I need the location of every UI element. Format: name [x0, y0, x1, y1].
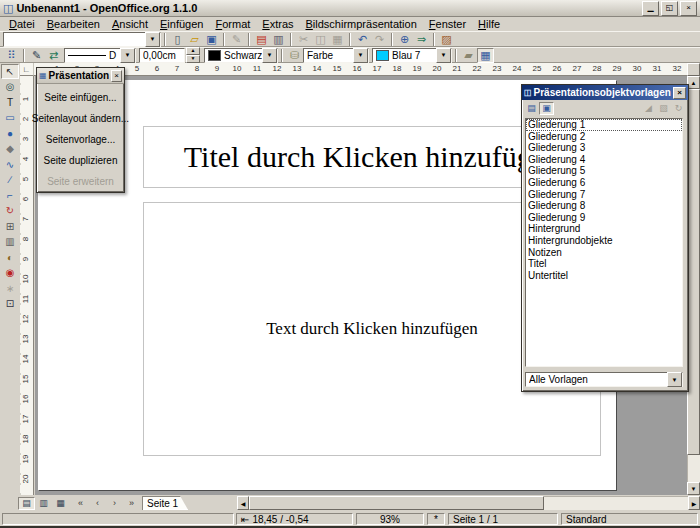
presentation-item-seite-duplizieren[interactable]: Seite duplizieren: [37, 150, 124, 171]
vertical-ruler[interactable]: 1234567891011121314151617181920: [20, 76, 34, 495]
previous-page-icon[interactable]: ‹: [89, 497, 106, 510]
last-page-icon[interactable]: »: [123, 497, 140, 510]
menu-bearbeiten[interactable]: Bearbeiten: [41, 17, 106, 31]
line-style-dropdown-icon[interactable]: ▼: [120, 48, 135, 63]
style-filter-dropdown-icon[interactable]: ▼: [667, 372, 682, 387]
area-dialog-icon[interactable]: ⛁: [286, 48, 303, 63]
titlebar[interactable]: ◫ Unbenannt1 - OpenOffice.org 1.1.0 ▁◱×: [0, 0, 700, 17]
page-tab[interactable]: Seite 1: [142, 496, 188, 510]
style-gliederung-3[interactable]: Gliederung 3: [526, 142, 682, 154]
horizontal-scroll-thumb[interactable]: [249, 496, 544, 510]
arrow-style-icon[interactable]: ⇄: [45, 48, 62, 63]
zoom-icon[interactable]: ◎: [1, 80, 19, 95]
menu-ansicht[interactable]: Ansicht: [106, 17, 154, 31]
style-hintergrundobjekte[interactable]: Hintergrundobjekte: [526, 235, 682, 247]
alignment-icon[interactable]: ⊞: [1, 219, 19, 234]
minimize-button[interactable]: ▁: [642, 1, 659, 16]
export-pdf-icon[interactable]: ▤: [253, 32, 270, 47]
style-gliederung-9[interactable]: Gliederung 9: [526, 212, 682, 224]
fill-color-combobox[interactable]: Blau 7 ▼: [372, 48, 452, 63]
open-icon[interactable]: ▱: [186, 32, 203, 47]
interaction-icon[interactable]: ◉: [1, 266, 19, 281]
menu-fenster[interactable]: Fenster: [423, 17, 472, 31]
style-gliederung-6[interactable]: Gliederung 6: [526, 177, 682, 189]
status-template-field[interactable]: Standard: [561, 513, 698, 525]
master-mode-icon[interactable]: ▥: [35, 497, 52, 510]
connectors-icon[interactable]: ⌐: [1, 188, 19, 203]
style-gliederung-2[interactable]: Gliederung 2: [526, 131, 682, 143]
close-icon[interactable]: ×: [673, 87, 686, 99]
spin-up-icon[interactable]: ▲: [186, 47, 200, 55]
presentation-item-seitenvorlage[interactable]: Seitenvorlage...: [37, 129, 124, 150]
edit-points-icon[interactable]: ⠿: [3, 48, 20, 63]
style-gliederung-4[interactable]: Gliederung 4: [526, 154, 682, 166]
close-icon[interactable]: ×: [111, 70, 122, 82]
line-style-combobox[interactable]: D ▼: [64, 48, 136, 63]
presentation-item-seite-einfügen[interactable]: Seite einfügen...: [37, 87, 124, 108]
line-color-combobox[interactable]: Schwarz ▼: [204, 48, 278, 63]
line-width-field[interactable]: 0,00cm: [139, 48, 185, 63]
arrange-icon[interactable]: ▥: [1, 235, 19, 250]
undo-icon[interactable]: ↶: [354, 32, 371, 47]
stylist-titlebar[interactable]: ◫ Präsentationsobjektvorlagen ×: [522, 85, 688, 100]
print-icon[interactable]: ▥: [270, 32, 287, 47]
navigator-icon[interactable]: ⊕: [396, 32, 413, 47]
spin-down-icon[interactable]: ▼: [186, 55, 200, 63]
menu-bildschirmpräsentation[interactable]: Bildschirmpräsentation: [300, 17, 423, 31]
menu-format[interactable]: Format: [209, 17, 256, 31]
line-width-spinner[interactable]: ▲ ▼: [186, 47, 200, 63]
scroll-left-icon[interactable]: ◀: [237, 496, 249, 510]
style-list[interactable]: Gliederung 1Gliederung 2Gliederung 3Glie…: [525, 118, 683, 367]
presentation-item-seitenlayout-ändern[interactable]: Seitenlayout ändern...: [37, 108, 124, 129]
style-titel[interactable]: Titel: [526, 258, 682, 270]
url-combobox[interactable]: ▼: [3, 32, 161, 47]
style-filter-combobox[interactable]: Alle Vorlagen ▼: [525, 372, 683, 387]
style-gliederung-5[interactable]: Gliederung 5: [526, 165, 682, 177]
style-untertitel[interactable]: Untertitel: [526, 270, 682, 282]
new-document-icon[interactable]: ▯: [169, 32, 186, 47]
scroll-right-icon[interactable]: ▶: [688, 496, 700, 510]
status-position-field[interactable]: ⇤ 18,45 / -0,54: [236, 513, 353, 525]
url-dropdown-icon[interactable]: ▼: [145, 32, 160, 47]
menu-einfügen[interactable]: Einfügen: [154, 17, 209, 31]
style-gliederung-1[interactable]: Gliederung 1: [526, 119, 682, 131]
menu-hilfe[interactable]: Hilfe: [472, 17, 506, 31]
restore-button[interactable]: ◱: [661, 1, 678, 16]
curve-icon[interactable]: ∿: [1, 157, 19, 172]
presentation-window-titlebar[interactable]: ▦ Präsentation ×: [37, 68, 124, 84]
gallery-icon[interactable]: ▨: [438, 32, 455, 47]
first-page-icon[interactable]: «: [72, 497, 89, 510]
horizontal-scrollbar[interactable]: ◀ ▶: [237, 496, 700, 510]
text-icon[interactable]: T: [1, 95, 19, 110]
fill-color-dropdown-icon[interactable]: ▼: [436, 48, 451, 63]
fill-type-combobox[interactable]: Farbe ▼: [303, 48, 369, 63]
style-gliederung-7[interactable]: Gliederung 7: [526, 189, 682, 201]
next-page-icon[interactable]: ›: [106, 497, 123, 510]
fill-type-dropdown-icon[interactable]: ▼: [353, 48, 368, 63]
presentation-styles-icon[interactable]: ▤: [524, 102, 539, 115]
effects-icon[interactable]: ◐: [1, 250, 19, 265]
rotate-icon[interactable]: ↻: [1, 204, 19, 219]
presentation-box-icon[interactable]: ⊡: [1, 297, 19, 312]
line-color-dropdown-icon[interactable]: ▼: [262, 48, 277, 63]
select-icon[interactable]: ↖: [1, 64, 19, 79]
menu-extras[interactable]: Extras: [256, 17, 299, 31]
ellipse-icon[interactable]: ●: [1, 126, 19, 141]
scrollbar-spacer-button[interactable]: [687, 63, 700, 76]
3d-objects-icon[interactable]: ◆: [1, 142, 19, 157]
style-gliederung-8[interactable]: Gliederung 8: [526, 200, 682, 212]
style-hintergrund[interactable]: Hintergrund: [526, 223, 682, 235]
hyperlink-icon[interactable]: ⇒: [413, 32, 430, 47]
menu-datei[interactable]: Datei: [3, 17, 41, 31]
style-notizen[interactable]: Notizen: [526, 247, 682, 259]
graphic-styles-icon[interactable]: ▣: [539, 102, 554, 115]
save-icon[interactable]: ▣: [203, 32, 220, 47]
shadow-icon[interactable]: ▰: [460, 48, 477, 63]
page-mode-icon[interactable]: ▤: [18, 497, 35, 510]
line-dialog-icon[interactable]: ✎: [28, 48, 45, 63]
horizontal-ruler[interactable]: 1234567891011121314151617181920212223242…: [34, 63, 687, 76]
layer-mode-icon[interactable]: ▦: [52, 497, 69, 510]
rectangle-icon[interactable]: ▭: [1, 111, 19, 126]
status-zoom-field[interactable]: 93%: [356, 513, 424, 525]
scroll-down-icon[interactable]: ▼: [687, 482, 700, 495]
